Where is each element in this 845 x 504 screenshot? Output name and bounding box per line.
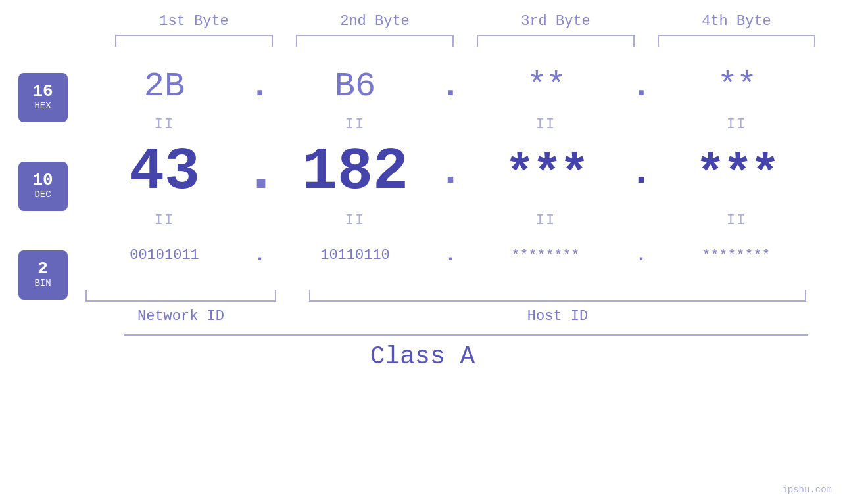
hex-badge: 16 HEX [18, 73, 68, 122]
eq2-b2: II [276, 212, 434, 229]
eq-row-2: II II II II [85, 208, 845, 232]
byte3-header: 3rd Byte [477, 13, 635, 30]
dec-byte1: 43 [85, 139, 243, 206]
hex-badge-num: 16 [32, 83, 53, 100]
bracket-byte3 [477, 35, 635, 47]
data-column: 2B . B6 . ** . ** II II II II 43 [85, 60, 845, 329]
bracket-byte2 [296, 35, 454, 47]
bin-byte1: 00101011 [85, 247, 243, 263]
host-id-label: Host ID [309, 308, 806, 325]
dec-byte3: *** [467, 139, 625, 206]
bin-dot2: . [434, 244, 467, 266]
bracket-byte1 [115, 35, 273, 47]
bracket-byte4 [658, 35, 815, 47]
hex-byte4: ** [658, 67, 815, 106]
eq-row-1: II II II II [85, 112, 845, 136]
dec-badge-base: DEC [34, 189, 51, 200]
hex-dot3: . [625, 67, 658, 106]
dec-dot1: . [243, 139, 276, 206]
bin-badge: 2 BIN [18, 250, 68, 300]
bin-badge-num: 2 [37, 260, 48, 277]
dec-badge: 10 DEC [18, 162, 68, 211]
byte4-header: 4th Byte [658, 13, 815, 30]
bin-dot3: . [625, 244, 658, 266]
byte-headers: 1st Byte 2nd Byte 3rd Byte 4th Byte [104, 13, 827, 30]
eq1-b1: II [85, 116, 243, 133]
dec-byte4: *** [658, 139, 815, 206]
bin-row: 00101011 . 10110110 . ******** . *******… [85, 232, 845, 278]
hex-dot1: . [243, 67, 276, 106]
bottom-line [124, 334, 808, 336]
eq1-b2: II [276, 116, 434, 133]
content-area: 16 HEX 10 DEC 2 BIN 2B . B6 . ** . ** [0, 60, 845, 329]
id-labels: Network ID Host ID [85, 303, 845, 329]
top-brackets [104, 35, 827, 47]
hex-badge-base: HEX [34, 100, 51, 112]
bin-byte4: ******** [658, 247, 815, 263]
byte1-header: 1st Byte [115, 13, 273, 30]
eq2-b1: II [85, 212, 243, 229]
dec-row: 43 . 182 . *** . *** [85, 136, 845, 208]
hex-row: 2B . B6 . ** . ** [85, 60, 845, 112]
network-bracket [85, 290, 276, 302]
eq2-b3: II [467, 212, 625, 229]
eq2-b4: II [658, 212, 815, 229]
host-bracket [309, 290, 806, 302]
bin-byte3: ******** [467, 247, 625, 263]
labels-column: 16 HEX 10 DEC 2 BIN [0, 60, 85, 300]
dec-dot3: . [625, 150, 658, 195]
main-container: 1st Byte 2nd Byte 3rd Byte 4th Byte 16 H… [0, 0, 845, 504]
hex-byte2: B6 [276, 67, 434, 106]
hex-byte3: ** [467, 67, 625, 106]
watermark: ipshu.com [782, 484, 832, 495]
hex-byte1: 2B [85, 67, 243, 106]
dec-byte2: 182 [276, 139, 434, 206]
bin-dot1: . [243, 244, 276, 266]
eq1-b4: II [658, 116, 815, 133]
dec-dot2: . [434, 150, 467, 195]
bin-byte2: 10110110 [276, 247, 434, 263]
eq1-b3: II [467, 116, 625, 133]
bin-badge-base: BIN [34, 277, 51, 289]
hex-dot2: . [434, 67, 467, 106]
bottom-brackets [85, 282, 845, 302]
dec-badge-num: 10 [32, 172, 53, 189]
network-id-label: Network ID [85, 308, 276, 325]
class-label: Class A [0, 342, 845, 371]
byte2-header: 2nd Byte [296, 13, 454, 30]
